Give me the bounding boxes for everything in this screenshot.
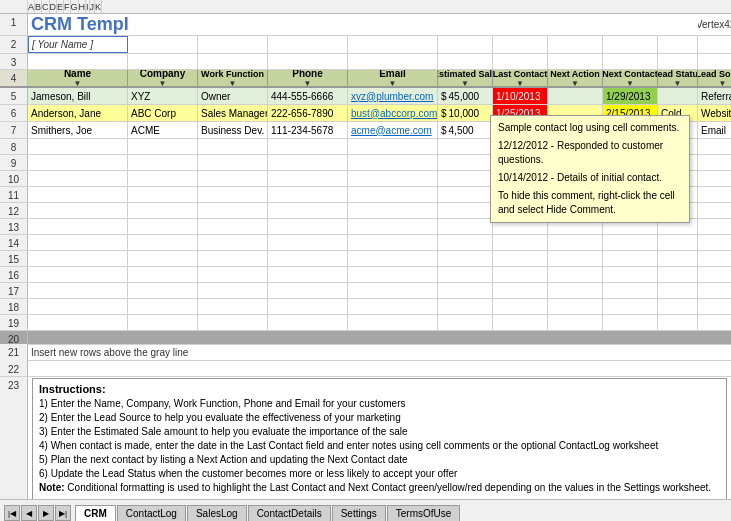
col-d-letter: D xyxy=(50,0,58,13)
cell-7-email[interactable]: acme@acme.com xyxy=(348,122,438,138)
header-next-contact[interactable]: Next Contact ▼ xyxy=(603,70,658,86)
tab-nav-controls: |◀ ◀ ▶ ▶| xyxy=(0,505,75,521)
instructions-line-2: 2) Enter the Lead Source to help you eva… xyxy=(39,411,720,425)
instructions-box: Instructions: 1) Enter the Name, Company… xyxy=(32,378,727,500)
filter-arrow-name[interactable]: ▼ xyxy=(74,79,82,86)
logo-cell: Vertex42 ® xyxy=(698,14,731,35)
cell-6-function[interactable]: Sales Manager xyxy=(198,105,268,121)
cell-5-email[interactable]: xyz@plumber.com xyxy=(348,88,438,104)
header-email[interactable]: Email ▼ xyxy=(348,70,438,86)
col-c-letter: C xyxy=(42,0,50,13)
col-h-letter: H xyxy=(79,0,87,13)
cell-6-email[interactable]: bust@abccorp.com xyxy=(348,105,438,121)
crm-title: CRM Template xyxy=(31,14,128,35)
row-5: 5 Jameson, Bill XYZ Owner 444-555-6666 x… xyxy=(0,88,731,105)
col-k-letter: K xyxy=(95,0,102,13)
instructions-note: Note: Conditional formatting is used to … xyxy=(39,481,720,495)
header-last-contact[interactable]: Last Contact ▼ xyxy=(493,70,548,86)
instructions-line-1: 1) Enter the Name, Company, Work Functio… xyxy=(39,397,720,411)
cell-6-sale[interactable]: $ 10,000 xyxy=(438,105,493,121)
comment-line-3: 12/12/2012 - Responded to customer quest… xyxy=(498,139,682,167)
row-17: 17 xyxy=(0,283,731,299)
cell-5-sale[interactable]: $ 45,000 xyxy=(438,88,493,104)
cell-5-phone[interactable]: 444-555-6666 xyxy=(268,88,348,104)
cell-5-company[interactable]: XYZ xyxy=(128,88,198,104)
cell-6-phone[interactable]: 222-656-7890 xyxy=(268,105,348,121)
insert-message: Insert new rows above the gray line xyxy=(28,346,731,359)
tab-prev-button[interactable]: ◀ xyxy=(21,505,37,521)
crm-title-cell: CRM Template xyxy=(28,14,128,35)
row-3: 3 xyxy=(0,54,731,70)
cell-7-name[interactable]: Smithers, Joe xyxy=(28,122,128,138)
comment-line-1: Sample contact log using cell comments. xyxy=(498,121,682,135)
tab-termsofuse[interactable]: TermsOfUse xyxy=(387,505,461,521)
row-14: 14 xyxy=(0,235,731,251)
tab-contactlog[interactable]: ContactLog xyxy=(117,505,186,521)
instructions-title: Instructions: xyxy=(39,383,720,395)
cell-5-function[interactable]: Owner xyxy=(198,88,268,104)
header-function[interactable]: Work Function ▼ xyxy=(198,70,268,86)
row-22: 22 xyxy=(0,361,731,377)
cell-5-name[interactable]: Jameson, Bill xyxy=(28,88,128,104)
row-16: 16 xyxy=(0,267,731,283)
header-name[interactable]: Name ▼ xyxy=(28,70,128,86)
cell-5-next-action[interactable] xyxy=(548,88,603,104)
tab-next-button[interactable]: ▶ xyxy=(38,505,54,521)
row-15: 15 xyxy=(0,251,731,267)
instructions-area: 23 Instructions: 1) Enter the Name, Comp… xyxy=(0,377,731,500)
row-19: 19 xyxy=(0,315,731,331)
tab-saleslog[interactable]: SalesLog xyxy=(187,505,247,521)
cell-7-sale[interactable]: $ 4,500 xyxy=(438,122,493,138)
instructions-line-4: 4) When contact is made, enter the date … xyxy=(39,439,720,453)
header-phone[interactable]: Phone ▼ xyxy=(268,70,348,86)
row-18: 18 xyxy=(0,299,731,315)
comment-indicator xyxy=(541,105,547,111)
instructions-line-6: 6) Update the Lead Status when the custo… xyxy=(39,467,720,481)
header-lead-source[interactable]: Lead Source ▼ xyxy=(698,70,731,86)
col-a-letter: A xyxy=(28,0,35,13)
row-21: 21 Insert new rows above the gray line xyxy=(0,345,731,361)
tab-crm[interactable]: CRM xyxy=(75,505,116,521)
comment-bubble: Sample contact log using cell comments. … xyxy=(490,115,690,223)
cell-5-last-contact[interactable]: 1/10/2013 xyxy=(493,88,548,104)
row-4-header: 4 Name ▼ Company ▼ Work Function ▼ Phone… xyxy=(0,70,731,88)
instructions-line-3: 3) Enter the Estimated Sale amount to he… xyxy=(39,425,720,439)
cell-5-lead-source[interactable]: Referral xyxy=(698,88,731,104)
cell-7-function[interactable]: Business Dev. xyxy=(198,122,268,138)
your-name-text: [ Your Name ] xyxy=(32,39,93,50)
your-name-cell[interactable]: [ Your Name ] xyxy=(28,36,128,53)
tab-contactdetails[interactable]: ContactDetails xyxy=(248,505,331,521)
header-estimated-sale[interactable]: Estimated Sale ▼ xyxy=(438,70,493,86)
tab-settings[interactable]: Settings xyxy=(332,505,386,521)
instructions-line-5: 5) Plan the next contact by listing a Ne… xyxy=(39,453,720,467)
row-23: 23 Instructions: 1) Enter the Name, Comp… xyxy=(0,377,731,500)
header-company[interactable]: Company ▼ xyxy=(128,70,198,86)
tab-first-button[interactable]: |◀ xyxy=(4,505,20,521)
col-b-letter: B xyxy=(35,0,42,13)
cell-5-next-contact[interactable]: 1/29/2013 xyxy=(603,88,658,104)
column-letters-row: A B C D E F G H I J K xyxy=(0,0,731,14)
header-lead-status[interactable]: Lead Status ▼ xyxy=(658,70,698,86)
cell-6-lead-source[interactable]: Website xyxy=(698,105,731,121)
col-g-letter: G xyxy=(71,0,79,13)
sheet-tabs-bar: |◀ ◀ ▶ ▶| CRM ContactLog SalesLog Contac… xyxy=(0,499,731,521)
cell-5-lead-status[interactable] xyxy=(658,88,698,104)
spreadsheet-container: A B C D E F G H I J K 1 CRM Template Ver… xyxy=(0,0,731,500)
cell-7-phone[interactable]: 111-234-5678 xyxy=(268,122,348,138)
cell-6-name[interactable]: Anderson, Jane xyxy=(28,105,128,121)
cell-6-company[interactable]: ABC Corp xyxy=(128,105,198,121)
header-next-action[interactable]: Next Action ▼ xyxy=(548,70,603,86)
logo-text: Vertex42 xyxy=(698,19,731,30)
row-2: 2 [ Your Name ] xyxy=(0,36,731,54)
tab-last-button[interactable]: ▶| xyxy=(55,505,71,521)
comment-line-5: 10/14/2012 - Details of initial contact. xyxy=(498,171,682,185)
row-1: 1 CRM Template Vertex42 ® xyxy=(0,14,731,36)
cell-7-lead-source[interactable]: Email xyxy=(698,122,731,138)
comment-line-7: To hide this comment, right-click the ce… xyxy=(498,189,682,217)
row-20-gray: 20 xyxy=(0,331,731,345)
col-e-letter: E xyxy=(57,0,64,13)
cell-7-company[interactable]: ACME xyxy=(128,122,198,138)
